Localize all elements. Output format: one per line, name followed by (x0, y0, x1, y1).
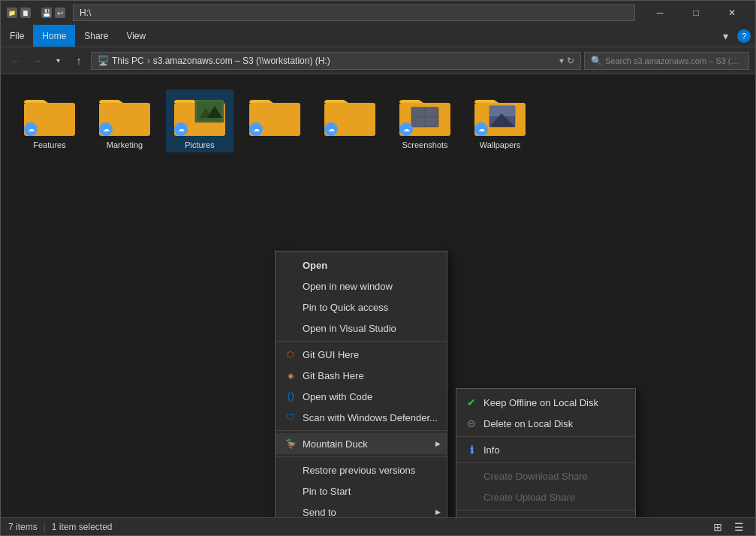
menu-file[interactable]: File (1, 25, 33, 47)
cloud-badge-screenshots: ☁ (399, 122, 413, 136)
ctx-open-vs-label: Open in Visual Studio (303, 323, 396, 334)
title-bar: 📁 📋 💾 ↩ H:\ ─ □ ✕ (1, 1, 755, 25)
status-selected-count: 1 item selected (52, 522, 113, 532)
status-bar: 7 items | 1 item selected ⊞ ☰ (1, 517, 755, 535)
file-label-pictures: Pictures (185, 140, 215, 149)
file-label-wallpapers: Wallpapers (480, 140, 521, 149)
ctx-sec-sep-3 (456, 510, 635, 510)
ctx-create-upload-share: Create Upload Share (456, 486, 635, 507)
menu-home[interactable]: Home (33, 25, 75, 47)
nav-dropdown[interactable]: ▾ (49, 52, 67, 70)
close-button[interactable]: ✕ (715, 1, 749, 25)
ctx-pin-quick-access[interactable]: Pin to Quick access (276, 297, 447, 318)
maximize-button[interactable]: □ (679, 1, 713, 25)
context-menu-secondary: ✔ Keep Offline on Local Disk ⊝ Delete on… (456, 388, 636, 517)
minimize-button[interactable]: ─ (643, 1, 677, 25)
vscode-icon: ⟨⟩ (285, 390, 297, 402)
send-to-icon (285, 506, 297, 517)
path-icon: 🖥️ (98, 56, 109, 66)
folder-icon-5: ☁ (323, 92, 377, 137)
ctx-sep-3 (276, 456, 447, 457)
ctx-git-gui[interactable]: ⬡ Git GUI Here (276, 344, 447, 365)
title-bar-icons: 📁 📋 💾 ↩ (7, 8, 65, 18)
status-item-count: 7 items (8, 522, 38, 532)
ctx-mountain-duck[interactable]: 🦆 Mountain Duck (276, 433, 447, 454)
refresh-icon[interactable]: ↻ (567, 56, 574, 66)
info-icon: ℹ (465, 444, 477, 456)
restore-versions-icon (285, 464, 297, 476)
ctx-keep-offline-label: Keep Offline on Local Disk (483, 397, 598, 408)
file-item-4[interactable]: ☁ (241, 89, 309, 152)
undo-icon[interactable]: ↩ (55, 8, 65, 18)
git-gui-icon: ⬡ (285, 348, 297, 360)
path-s3: s3.amazonaws.com – S3 (\\workstation) (H… (153, 56, 330, 66)
file-item-screenshots[interactable]: ☁ Screenshots (391, 89, 459, 152)
ctx-sec-sep-1 (456, 436, 635, 437)
folder-icon-features: ☁ (23, 92, 77, 137)
search-box[interactable]: 🔍 Search s3.amazonaws.com – S3 (\\workst… (584, 52, 749, 70)
view-list-btn[interactable]: ☰ (730, 518, 748, 536)
menu-share[interactable]: Share (75, 25, 117, 47)
ctx-pin-to-start[interactable]: Pin to Start (276, 480, 447, 501)
ctx-keep-offline[interactable]: ✔ Keep Offline on Local Disk (456, 392, 635, 413)
view-details-btn[interactable]: ⊞ (709, 518, 727, 536)
ctx-send-to-label: Send to (303, 507, 336, 518)
ctx-copy-url[interactable]: 🔗 Copy URL (456, 513, 635, 517)
ctx-git-bash[interactable]: ◈ Git Bash Here (276, 365, 447, 386)
menu-bar: File Home Share View ▾ ? (1, 25, 755, 47)
cloud-badge-5: ☁ (324, 122, 338, 136)
files-grid: ☁ Features ☁ Marketing (1, 74, 755, 167)
folder-icon-marketing: ☁ (98, 92, 152, 137)
ctx-restore-versions[interactable]: Restore previous versions (276, 459, 447, 480)
ctx-sep-2 (276, 430, 447, 431)
ctx-git-gui-label: Git GUI Here (303, 349, 359, 360)
file-item-marketing[interactable]: ☁ Marketing (91, 89, 158, 152)
file-item-wallpapers[interactable]: ☁ Wallpapers (466, 89, 534, 152)
save-icon[interactable]: 💾 (41, 8, 52, 18)
nav-back[interactable]: ← (7, 52, 25, 70)
folder-icon-wallpapers: ☁ (473, 92, 527, 137)
create-download-share-icon (465, 470, 477, 482)
ctx-open-new-window[interactable]: Open in new window (276, 276, 447, 297)
nav-forward[interactable]: → (28, 52, 46, 70)
status-bar-right: ⊞ ☰ (709, 518, 748, 536)
cloud-badge-wallpapers: ☁ (474, 122, 488, 136)
path-dropdown-arrow[interactable]: ▾ (559, 56, 564, 66)
address-path-bar[interactable]: 🖥️ This PC › s3.amazonaws.com – S3 (\\wo… (91, 52, 581, 70)
window-controls: ─ □ ✕ (643, 1, 749, 25)
svg-rect-4 (197, 101, 222, 121)
ctx-open[interactable]: Open (276, 254, 447, 276)
ctx-open-with-code[interactable]: ⟨⟩ Open with Code (276, 386, 447, 407)
keep-offline-icon: ✔ (465, 396, 477, 408)
main-content: ☁ Features ☁ Marketing (1, 74, 755, 517)
ctx-info[interactable]: ℹ Info (456, 439, 635, 460)
pin-quick-access-icon (285, 301, 297, 313)
ctx-sep-1 (276, 341, 447, 342)
ctx-open-new-window-label: Open in new window (303, 281, 393, 292)
menu-help-icon[interactable]: ? (737, 29, 751, 43)
open-icon (285, 259, 297, 271)
file-item-pictures[interactable]: ☁ Pictures (166, 89, 233, 152)
path-sep-1: › (147, 56, 150, 66)
delete-local-icon: ⊝ (465, 417, 477, 429)
ctx-open-visual-studio[interactable]: Open in Visual Studio (276, 318, 447, 339)
ctx-send-to[interactable]: Send to (276, 501, 447, 517)
menu-view[interactable]: View (117, 25, 155, 47)
file-label-marketing: Marketing (107, 140, 143, 149)
address-bar-actions: ▾ ↻ (559, 56, 574, 66)
address-bar: ← → ▾ ↑ 🖥️ This PC › s3.amazonaws.com – … (1, 47, 755, 74)
ctx-sec-sep-2 (456, 462, 635, 463)
ctx-git-bash-label: Git Bash Here (303, 370, 364, 381)
app-icon-folder: 📁 (7, 8, 17, 18)
ctx-delete-local[interactable]: ⊝ Delete on Local Disk (456, 413, 635, 434)
nav-up[interactable]: ↑ (70, 52, 88, 70)
search-placeholder: Search s3.amazonaws.com – S3 (\\workstat… (605, 56, 740, 65)
menu-chevron-down[interactable]: ▾ (716, 27, 734, 45)
cloud-badge-marketing: ☁ (99, 122, 113, 136)
folder-icon-pictures: ☁ (173, 92, 227, 137)
ctx-scan-defender[interactable]: 🛡 Scan with Windows Defender... (276, 407, 447, 428)
status-sep: | (44, 522, 46, 532)
file-item-features[interactable]: ☁ Features (16, 89, 83, 152)
file-item-5[interactable]: ☁ (316, 89, 384, 152)
quick-access-bar (34, 8, 38, 18)
